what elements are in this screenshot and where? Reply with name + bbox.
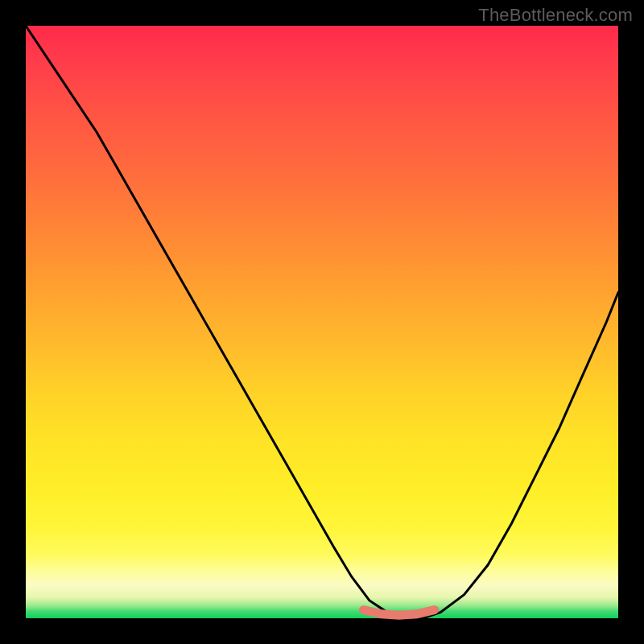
watermark-text: TheBottleneck.com bbox=[478, 5, 633, 26]
chart-frame: TheBottleneck.com bbox=[0, 0, 644, 644]
optimal-band bbox=[364, 610, 435, 616]
chart-plot-area bbox=[26, 26, 618, 618]
chart-svg bbox=[26, 26, 618, 618]
bottleneck-curve bbox=[26, 26, 618, 618]
